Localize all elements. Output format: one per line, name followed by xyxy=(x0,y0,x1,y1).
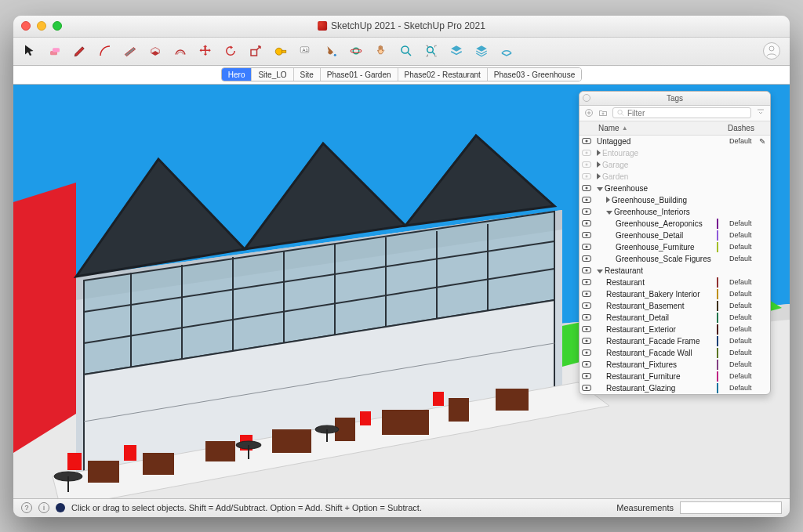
tag-row[interactable]: Restaurant_FixturesDefault xyxy=(580,359,770,371)
rectangle-tool-icon[interactable] xyxy=(123,44,137,58)
paint-tool-icon[interactable] xyxy=(324,44,338,58)
visibility-toggle-icon[interactable] xyxy=(582,244,591,250)
visibility-toggle-icon[interactable] xyxy=(582,138,591,144)
tags-panel[interactable]: Tags Name▲ Dashes UntaggedDefault✎Entour… xyxy=(579,91,771,395)
dash-style-label[interactable]: Default xyxy=(729,325,759,333)
dash-style-label[interactable]: Default xyxy=(729,349,759,356)
zoom-button[interactable] xyxy=(53,21,62,31)
scene-tab-phase02-restaurant[interactable]: Phase02 - Restaurant xyxy=(398,68,488,81)
dash-style-label[interactable]: Default xyxy=(729,137,759,145)
visibility-toggle-icon[interactable] xyxy=(582,185,591,191)
color-swatch[interactable] xyxy=(717,301,718,311)
col-dashes-header[interactable]: Dashes xyxy=(728,124,758,132)
visibility-toggle-icon[interactable] xyxy=(582,208,591,215)
pushpull-tool-icon[interactable] xyxy=(148,44,162,58)
measurements-input[interactable] xyxy=(680,501,782,514)
visibility-toggle-icon[interactable] xyxy=(582,326,591,332)
dash-style-label[interactable]: Default xyxy=(729,231,759,239)
color-swatch[interactable] xyxy=(717,383,718,393)
visibility-toggle-icon[interactable] xyxy=(582,314,591,320)
color-swatch[interactable] xyxy=(717,230,718,241)
pencil-tool-icon[interactable] xyxy=(73,44,87,58)
edit-icon[interactable]: ✎ xyxy=(759,137,770,146)
tag-row[interactable]: Restaurant xyxy=(580,265,770,277)
select-tool-icon[interactable] xyxy=(23,44,37,58)
tag-row[interactable]: Restaurant_Bakery InteriorDefault xyxy=(580,288,770,300)
dash-style-label[interactable]: Default xyxy=(729,219,759,227)
color-swatch[interactable] xyxy=(717,360,718,370)
arc-tool-icon[interactable] xyxy=(98,44,112,58)
scene-tab-site[interactable]: Site xyxy=(294,68,321,81)
offset-tool-icon[interactable] xyxy=(173,44,187,58)
color-swatch[interactable] xyxy=(717,313,718,323)
visibility-toggle-icon[interactable] xyxy=(582,291,591,297)
tag-row[interactable]: Greenhouse_AeroponicsDefault xyxy=(580,218,770,230)
tag-row[interactable]: Garden xyxy=(580,171,770,183)
close-button[interactable] xyxy=(21,21,31,31)
tag-row[interactable]: Restaurant_Facade FrameDefault xyxy=(580,335,770,347)
sandbox-tool-icon[interactable] xyxy=(500,44,514,58)
visibility-toggle-icon[interactable] xyxy=(582,232,591,238)
scene-tab-hero[interactable]: Hero xyxy=(222,68,253,81)
tag-row[interactable]: Entourage xyxy=(580,147,770,159)
color-swatch[interactable] xyxy=(717,348,718,358)
dash-style-label[interactable]: Default xyxy=(729,384,759,392)
tag-row[interactable]: Restaurant_Facade WallDefault xyxy=(580,347,770,359)
color-swatch[interactable] xyxy=(717,336,718,346)
color-swatch[interactable] xyxy=(717,242,718,252)
visibility-toggle-icon[interactable] xyxy=(582,338,591,344)
info-icon[interactable]: i xyxy=(38,502,49,513)
text-tool-icon[interactable]: A1 xyxy=(299,44,313,58)
add-folder-icon[interactable] xyxy=(598,108,608,118)
col-name-header[interactable]: Name xyxy=(598,124,620,132)
color-swatch[interactable] xyxy=(717,219,718,229)
color-swatch[interactable] xyxy=(717,289,718,299)
zoom-tool-icon[interactable] xyxy=(399,44,413,58)
tags-panel-header[interactable]: Tags xyxy=(580,92,770,106)
visibility-toggle-icon[interactable] xyxy=(582,361,591,367)
panel-collapse-icon[interactable] xyxy=(583,94,590,102)
dash-style-label[interactable]: Default xyxy=(729,290,759,298)
tag-row[interactable]: Garage xyxy=(580,159,770,171)
add-tag-icon[interactable] xyxy=(584,108,594,118)
tape-tool-icon[interactable] xyxy=(274,44,288,58)
tag-row[interactable]: RestaurantDefault xyxy=(580,277,770,288)
dash-style-label[interactable]: Default xyxy=(729,243,759,251)
color-swatch[interactable] xyxy=(717,324,718,335)
visibility-toggle-icon[interactable] xyxy=(582,173,591,179)
scene-tab-site-lo[interactable]: Site_LO xyxy=(252,68,293,81)
visibility-toggle-icon[interactable] xyxy=(582,279,591,285)
visibility-toggle-icon[interactable] xyxy=(582,349,591,356)
scene-tab-phase03-greenhouse[interactable]: Phase03 - Greenhouse xyxy=(488,68,581,81)
rotate-tool-icon[interactable] xyxy=(223,44,238,58)
tag-row[interactable]: Restaurant_BasementDefault xyxy=(580,300,770,312)
tag-row[interactable]: Restaurant_FurnitureDefault xyxy=(580,371,770,382)
pan-tool-icon[interactable] xyxy=(374,44,388,58)
visibility-toggle-icon[interactable] xyxy=(582,267,591,273)
tag-row[interactable]: Greenhouse_FurnitureDefault xyxy=(580,241,770,253)
color-swatch[interactable] xyxy=(717,371,718,382)
tag-row[interactable]: Greenhouse_Interiors xyxy=(580,206,770,218)
tag-row[interactable]: Greenhouse_DetailDefault xyxy=(580,230,770,241)
visibility-toggle-icon[interactable] xyxy=(582,220,591,226)
move-tool-icon[interactable] xyxy=(198,44,213,58)
tag-row[interactable]: Greenhouse xyxy=(580,183,770,194)
tags-filter-input[interactable] xyxy=(627,109,747,118)
help-icon[interactable]: ? xyxy=(21,502,32,513)
tag-row[interactable]: Greenhouse_Scale FiguresDefault xyxy=(580,253,770,265)
color-swatch[interactable] xyxy=(717,277,718,288)
visibility-toggle-icon[interactable] xyxy=(582,161,591,168)
geo-icon[interactable] xyxy=(56,503,65,512)
visibility-toggle-icon[interactable] xyxy=(582,150,591,156)
tag-row[interactable]: Restaurant_ExteriorDefault xyxy=(580,324,770,335)
layers-tool-icon[interactable] xyxy=(449,44,463,58)
tags-menu-icon[interactable] xyxy=(756,108,765,118)
tag-row[interactable]: Restaurant_GlazingDefault xyxy=(580,382,770,394)
dash-style-label[interactable]: Default xyxy=(729,302,759,309)
dash-style-label[interactable]: Default xyxy=(729,313,759,321)
visibility-toggle-icon[interactable] xyxy=(582,255,591,262)
dash-style-label[interactable]: Default xyxy=(729,278,759,286)
tag-row[interactable]: Greenhouse_Building xyxy=(580,194,770,206)
visibility-toggle-icon[interactable] xyxy=(582,385,591,391)
tag-row[interactable]: UntaggedDefault✎ xyxy=(580,136,770,147)
